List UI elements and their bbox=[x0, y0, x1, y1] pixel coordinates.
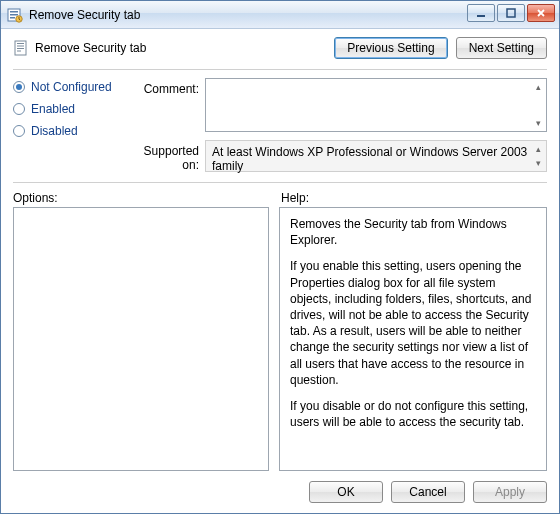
svg-rect-5 bbox=[477, 15, 485, 17]
help-label: Help: bbox=[281, 191, 309, 205]
cancel-button[interactable]: Cancel bbox=[391, 481, 465, 503]
state-radios: Not Configured Enabled Disabled bbox=[13, 78, 123, 172]
policy-icon bbox=[13, 40, 29, 56]
options-label: Options: bbox=[13, 191, 269, 205]
help-paragraph: Removes the Security tab from Windows Ex… bbox=[290, 216, 536, 248]
dialog-footer: OK Cancel Apply bbox=[13, 471, 547, 503]
ok-button[interactable]: OK bbox=[309, 481, 383, 503]
scroll-up-icon[interactable]: ▴ bbox=[532, 143, 544, 155]
supported-on-value: At least Windows XP Professional or Wind… bbox=[212, 145, 527, 173]
svg-rect-3 bbox=[10, 17, 15, 19]
svg-rect-11 bbox=[17, 51, 21, 52]
options-pane bbox=[13, 207, 269, 471]
pane-labels: Options: Help: bbox=[13, 191, 547, 205]
help-paragraph: If you disable or do not configure this … bbox=[290, 398, 536, 430]
radio-label: Not Configured bbox=[31, 80, 112, 94]
radio-label: Enabled bbox=[31, 102, 75, 116]
radio-input[interactable] bbox=[13, 81, 25, 93]
comment-textarea[interactable]: ▴ ▾ bbox=[205, 78, 547, 132]
supported-on-label: Supported on: bbox=[129, 140, 199, 172]
scroll-down-icon[interactable]: ▾ bbox=[532, 117, 544, 129]
svg-rect-2 bbox=[10, 14, 18, 16]
scroll-down-icon[interactable]: ▾ bbox=[532, 157, 544, 169]
separator bbox=[13, 182, 547, 183]
help-paragraph: If you enable this setting, users openin… bbox=[290, 258, 536, 388]
radio-enabled[interactable]: Enabled bbox=[13, 102, 123, 116]
radio-input[interactable] bbox=[13, 125, 25, 137]
scroll-up-icon[interactable]: ▴ bbox=[532, 81, 544, 93]
separator bbox=[13, 69, 547, 70]
supported-on-box: At least Windows XP Professional or Wind… bbox=[205, 140, 547, 172]
maximize-button[interactable] bbox=[497, 4, 525, 22]
window-controls bbox=[467, 4, 555, 22]
previous-setting-button[interactable]: Previous Setting bbox=[334, 37, 447, 59]
apply-button[interactable]: Apply bbox=[473, 481, 547, 503]
comment-label: Comment: bbox=[129, 78, 199, 132]
radio-not-configured[interactable]: Not Configured bbox=[13, 80, 123, 94]
svg-rect-10 bbox=[17, 48, 24, 49]
svg-rect-9 bbox=[17, 46, 24, 47]
settings-grid: Not Configured Enabled Disabled Comment:… bbox=[13, 78, 547, 172]
svg-rect-1 bbox=[10, 11, 18, 13]
svg-rect-6 bbox=[507, 9, 515, 17]
minimize-button[interactable] bbox=[467, 4, 495, 22]
header-title: Remove Security tab bbox=[35, 41, 146, 55]
radio-label: Disabled bbox=[31, 124, 78, 138]
panes: Removes the Security tab from Windows Ex… bbox=[13, 207, 547, 471]
window-title: Remove Security tab bbox=[29, 8, 140, 22]
titlebar: Remove Security tab bbox=[1, 1, 559, 29]
radio-disabled[interactable]: Disabled bbox=[13, 124, 123, 138]
header-row: Remove Security tab Previous Setting Nex… bbox=[13, 37, 547, 59]
svg-rect-8 bbox=[17, 43, 24, 44]
dialog-content: Remove Security tab Previous Setting Nex… bbox=[1, 29, 559, 513]
radio-input[interactable] bbox=[13, 103, 25, 115]
help-pane: Removes the Security tab from Windows Ex… bbox=[279, 207, 547, 471]
app-icon bbox=[7, 7, 23, 23]
dialog-window: Remove Security tab bbox=[0, 0, 560, 514]
close-button[interactable] bbox=[527, 4, 555, 22]
next-setting-button[interactable]: Next Setting bbox=[456, 37, 547, 59]
